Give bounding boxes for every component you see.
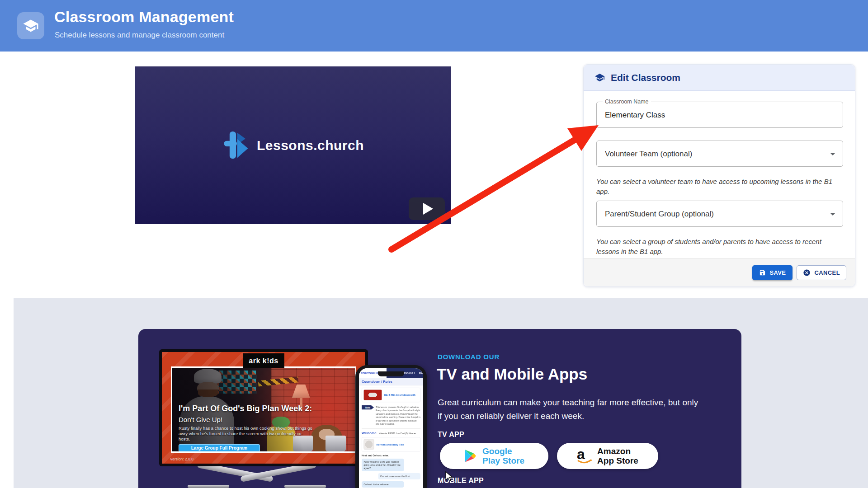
tv-stand-foot xyxy=(188,485,229,488)
play-icon xyxy=(423,203,433,215)
episode-description: Rusty finally has a chance to host his o… xyxy=(179,426,314,442)
chevron-down-icon xyxy=(827,149,838,160)
welcome-heading: Welcome xyxy=(362,431,377,435)
countdown-video-card[interactable]: H&I 5 Min Countdown with xyxy=(362,388,420,402)
amazon-app-store-button[interactable]: a Amazon App Store xyxy=(557,443,658,469)
classroom-icon-tile xyxy=(17,12,44,39)
volunteer-team-helper: You can select a volunteer team to have … xyxy=(596,177,846,197)
cancel-button[interactable]: CANCEL xyxy=(797,265,846,280)
phone-section-header: Countdown / Rules xyxy=(359,378,423,385)
cancel-label: CANCEL xyxy=(814,269,840,276)
tv-screen: I'm Part Of God's Big Plan Week 2: Don't… xyxy=(162,352,365,464)
materials-text: Materials: PROPS: Lab Coat (2), Kleenex xyxy=(379,432,416,435)
store-type: Play Store xyxy=(482,456,524,465)
episode-subtitle: Don't Give Up! xyxy=(179,416,328,423)
store-name: Google xyxy=(482,446,524,456)
countdown-video-link[interactable]: H&I 5 Min Countdown with xyxy=(384,394,415,396)
video-thumbnail xyxy=(364,439,374,450)
ark-kids-logo: ark k!ds xyxy=(243,353,284,368)
mouse-cursor xyxy=(445,471,455,482)
tv-app-label: TV APP xyxy=(438,431,464,439)
promo-description: Great curriculum can make your teaching … xyxy=(438,396,704,423)
graduation-cap-icon xyxy=(23,18,39,34)
title-video-card[interactable]: Herman and Rusty Title xyxy=(362,437,420,452)
store-type: App Store xyxy=(597,456,638,465)
lessons-church-logo: Lessons.church xyxy=(135,66,451,224)
tv-episode-info: I'm Part Of God's Big Plan Week 2: Don't… xyxy=(179,404,328,453)
amazon-icon: a xyxy=(577,447,592,465)
panel-title: Edit Classroom xyxy=(611,72,680,83)
lesson-note: Note This lesson presents God's gift of … xyxy=(362,405,420,426)
promo-title: TV and Mobile Apps xyxy=(437,365,587,383)
save-button[interactable]: SAVE xyxy=(752,265,793,280)
edit-classroom-panel: Edit Classroom Classroom Name Elementary… xyxy=(583,64,855,287)
promo-eyebrow: DOWNLOAD OUR xyxy=(438,353,500,361)
title-video-link[interactable]: Herman and Rusty Title xyxy=(377,443,404,446)
video-player[interactable]: Lessons.church xyxy=(135,66,451,224)
chat-bubble: Co-host: You're welcome. xyxy=(362,481,404,488)
page-subtitle: Schedule lessons and manage classroom co… xyxy=(55,31,224,40)
classroom-name-value: Elementary Class xyxy=(605,102,665,128)
video-thumbnail xyxy=(364,390,382,400)
parent-group-value: Parent/Student Group (optional) xyxy=(605,201,714,227)
tv-mockup: I'm Part Of God's Big Plan Week 2: Don't… xyxy=(159,349,368,466)
tv-button-full-program[interactable]: Large Group Full Program xyxy=(179,444,260,452)
phone-screen: COUNTDOWN / RULES WELCOME ENGAGE 1 ENGAG… xyxy=(359,368,423,488)
episode-title: I'm Part Of God's Big Plan Week 2: xyxy=(179,404,328,413)
save-icon xyxy=(759,269,766,276)
stage-direction: Host: and Co-host: enter. xyxy=(362,455,420,457)
video-brand-text: Lessons.church xyxy=(257,138,364,153)
save-label: SAVE xyxy=(769,269,786,276)
phone-notch xyxy=(378,371,404,376)
tv-stand-foot xyxy=(284,485,326,488)
parent-group-helper: You can select a group of students and/o… xyxy=(596,237,846,257)
parent-group-select[interactable]: Parent/Student Group (optional) xyxy=(596,201,843,227)
classroom-name-field[interactable]: Classroom Name Elementary Class xyxy=(596,102,843,128)
welcome-row: Welcome Materials: PROPS: Lab Coat (2), … xyxy=(362,431,420,435)
note-text: This lesson presents God's gift of salva… xyxy=(376,405,420,426)
phone-mockup: COUNTDOWN / RULES WELCOME ENGAGE 1 ENGAG… xyxy=(355,365,427,488)
google-play-icon xyxy=(464,449,477,463)
store-name: Amazon xyxy=(597,446,638,456)
cancel-icon xyxy=(803,269,811,277)
chat-bubble: Co-host: sneezes on the Host. xyxy=(378,473,420,479)
panel-footer: SAVE CANCEL xyxy=(584,258,855,286)
tv-show-photo: I'm Part Of God's Big Plan Week 2: Don't… xyxy=(171,366,356,453)
lessons-church-logo-icon xyxy=(222,131,250,160)
edit-classroom-header: Edit Classroom xyxy=(584,65,855,91)
chat-bubble: Host: Welcome to the Lab! Today is going… xyxy=(362,459,404,471)
page: Classroom Management Schedule lessons an… xyxy=(0,0,868,488)
graduation-cap-icon xyxy=(594,72,605,83)
app-header: Classroom Management Schedule lessons an… xyxy=(0,0,868,52)
tv-stand xyxy=(199,466,314,488)
phone-tab-engage2[interactable]: ENGAGE 2 xyxy=(417,368,423,378)
volunteer-team-value: Volunteer Team (optional) xyxy=(605,141,692,167)
tv-version-text: Version: 2.0.0 xyxy=(170,457,193,461)
chevron-down-icon xyxy=(827,209,838,220)
google-play-store-button[interactable]: Google Play Store xyxy=(440,443,548,469)
divider xyxy=(362,429,420,429)
play-button[interactable] xyxy=(409,197,445,220)
volunteer-team-select[interactable]: Volunteer Team (optional) xyxy=(596,141,843,167)
note-badge: Note xyxy=(362,405,374,410)
page-title: Classroom Management xyxy=(54,8,234,26)
